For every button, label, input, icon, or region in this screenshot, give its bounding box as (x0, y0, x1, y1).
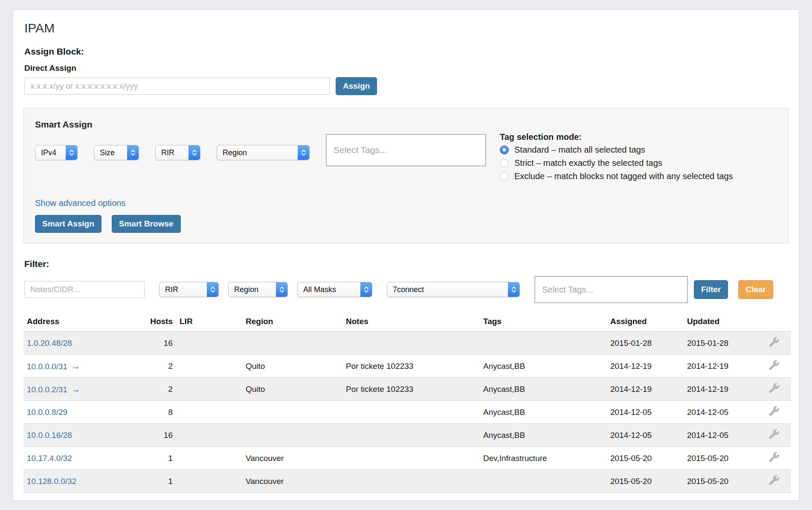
chevron-updown-icon (298, 145, 309, 160)
address-link[interactable]: 10.128.0.0/32 (27, 477, 76, 486)
address-link[interactable]: 10.0.0.16/28 (27, 431, 72, 440)
filter-button[interactable]: Filter (694, 280, 728, 299)
filter-select-region-value: Region (229, 282, 276, 297)
wrench-icon[interactable] (768, 336, 780, 348)
col-assigned: Assigned (607, 317, 684, 332)
address-link[interactable]: 10.0.0.0/31 (27, 362, 67, 371)
filter-select-masks[interactable]: All Masks (297, 282, 372, 297)
updated-cell: 2014-12-19 (684, 378, 757, 401)
address-link[interactable]: 10.0.0.8/29 (27, 408, 67, 417)
tag-mode-option-exclude[interactable]: Exclude – match blocks not tagged with a… (500, 170, 734, 183)
filter-select-rir[interactable]: RIR (159, 282, 219, 297)
hosts-cell: 16 (138, 332, 176, 355)
wrench-icon[interactable] (768, 452, 780, 463)
smart-select-ip-version-value: IPv4 (35, 145, 66, 160)
notes-cell (342, 332, 480, 355)
smart-select-size-value: Size (94, 145, 127, 160)
updated-cell: 2015-05-20 (684, 447, 757, 470)
assigned-cell: 2015-05-20 (607, 447, 684, 470)
region-cell (242, 332, 342, 355)
smart-select-group: IPv4 Size RIR (35, 145, 310, 160)
address-link[interactable]: 10.17.4.0/32 (27, 454, 72, 463)
smart-tags-input[interactable] (326, 134, 486, 166)
notes-cidr-input[interactable] (24, 281, 145, 298)
chevron-updown-icon (66, 145, 77, 160)
radio-icon[interactable] (500, 159, 509, 168)
smart-select-region[interactable]: Region (217, 145, 310, 160)
chevron-updown-icon (508, 282, 519, 297)
hosts-cell: 1 (138, 470, 176, 493)
radio-icon[interactable] (500, 172, 509, 181)
clear-button[interactable]: Clear (738, 280, 773, 299)
tag-mode-label: Strict – match exactly the selected tags (514, 158, 662, 168)
tag-mode-heading: Tag selection mode: (500, 132, 734, 142)
table-row: 10.0.0.16/28 16 Anycast,BB 2014-12-05 20… (23, 424, 791, 447)
assigned-cell: 2015-05-20 (607, 470, 684, 493)
subdivide-arrow-icon[interactable]: → (71, 384, 80, 394)
region-cell: Vancouver (242, 447, 342, 470)
col-address: Address (23, 317, 138, 332)
tag-mode-option-standard[interactable]: Standard – match all selected tags (500, 143, 734, 156)
filter-select-resource[interactable]: 7connect (387, 282, 520, 297)
direct-assign-label: Direct Assign (24, 64, 789, 73)
tags-cell: Anycast,BB (480, 401, 607, 424)
hosts-cell: 8 (138, 401, 176, 424)
col-lir: LIR (176, 317, 242, 332)
assign-button[interactable]: Assign (336, 77, 377, 95)
filter-select-rir-value: RIR (160, 282, 207, 297)
table-body: 1.0.20.48/28 16 2015-01-28 2015-01-28 10… (23, 332, 791, 493)
chevron-updown-icon (188, 145, 200, 160)
updated-cell: 2014-12-05 (684, 401, 757, 424)
table-row: 10.0.0.2/31→ 2 Quito Por tickete 102233 … (23, 378, 791, 401)
tags-cell: Dev,Infrastructure (480, 447, 607, 470)
lir-cell (176, 355, 242, 378)
wrench-icon[interactable] (768, 475, 780, 486)
smart-assign-button[interactable]: Smart Assign (35, 215, 102, 233)
lir-cell (176, 332, 242, 355)
tag-mode-options: Standard – match all selected tags Stric… (500, 143, 734, 183)
radio-icon[interactable] (500, 145, 509, 154)
subdivide-arrow-icon[interactable]: → (71, 361, 80, 371)
lir-cell (176, 424, 242, 447)
table-row: 10.17.4.0/32 1 Vancouver Dev,Infrastruct… (23, 447, 791, 470)
filter-heading: Filter: (24, 259, 789, 269)
smart-select-size[interactable]: Size (94, 145, 139, 160)
smart-select-region-value: Region (217, 145, 298, 160)
advanced-options-link[interactable]: Show advanced options (35, 198, 125, 208)
smart-browse-button[interactable]: Smart Browse (112, 215, 181, 233)
blocks-table: Address Hosts LIR Region Notes Tags Assi… (23, 317, 791, 493)
wrench-icon[interactable] (768, 429, 780, 440)
tags-cell (480, 332, 607, 355)
filter-select-resource-value: 7connect (387, 282, 508, 297)
wrench-icon[interactable] (768, 382, 780, 394)
smart-assign-heading: Smart Assign (35, 119, 777, 130)
filter-select-region[interactable]: Region (228, 282, 288, 297)
assigned-cell: 2014-12-05 (607, 401, 684, 424)
wrench-icon[interactable] (768, 359, 780, 371)
smart-select-rir-value: RIR (156, 145, 188, 160)
assigned-cell: 2014-12-19 (607, 378, 684, 401)
tag-mode-option-strict[interactable]: Strict – match exactly the selected tags (500, 156, 734, 170)
direct-assign-input[interactable] (24, 78, 330, 95)
updated-cell: 2015-05-20 (684, 470, 757, 493)
chevron-updown-icon (276, 282, 287, 297)
filter-tags-input[interactable] (534, 276, 688, 303)
wrench-icon[interactable] (768, 406, 780, 417)
smart-select-ip-version[interactable]: IPv4 (35, 145, 78, 160)
lir-cell (176, 378, 242, 401)
tags-cell: Anycast,BB (480, 355, 607, 378)
notes-cell (342, 424, 480, 447)
hosts-cell: 16 (138, 424, 176, 447)
smart-assign-controls: IPv4 Size RIR (35, 131, 777, 183)
smart-select-rir[interactable]: RIR (155, 145, 200, 160)
table-row: 10.128.0.0/32 1 Vancouver 2015-05-20 201… (23, 470, 791, 493)
assigned-cell: 2014-12-05 (607, 424, 684, 447)
address-link[interactable]: 1.0.20.48/28 (27, 339, 72, 348)
lir-cell (176, 447, 242, 470)
ipam-card: IPAM Assign Block: Direct Assign Assign … (13, 9, 799, 501)
tag-mode-label: Exclude – match blocks not tagged with a… (514, 171, 733, 181)
address-link[interactable]: 10.0.0.2/31 (27, 385, 67, 394)
tag-mode-label: Standard – match all selected tags (514, 145, 645, 154)
updated-cell: 2014-12-05 (684, 424, 757, 447)
notes-cell: Por tickete 102233 (342, 355, 480, 378)
